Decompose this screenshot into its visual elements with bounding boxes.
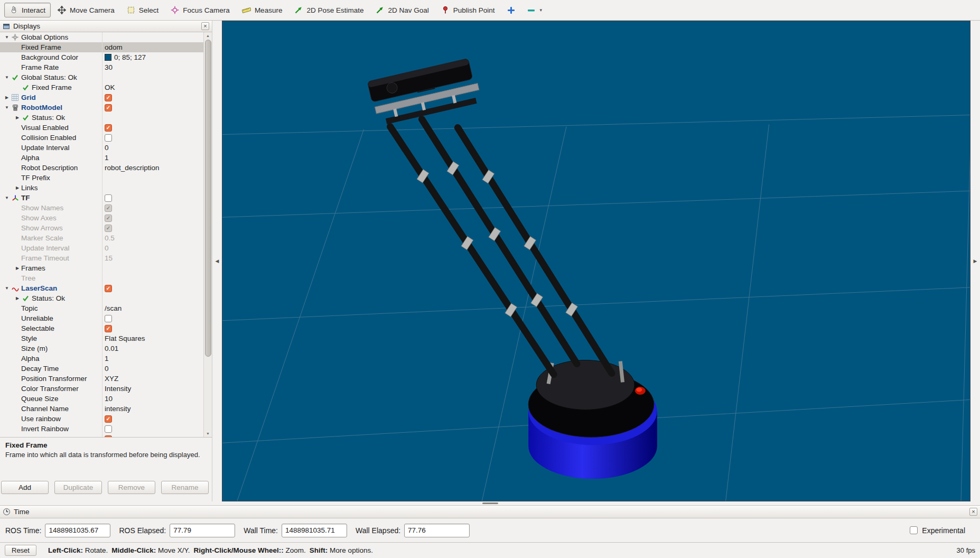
displays-close-button[interactable]: × xyxy=(201,22,209,30)
tree-row-size-m[interactable]: Size (m)0.01 xyxy=(0,343,212,354)
tree-row-tree[interactable]: Tree xyxy=(0,273,212,283)
tree-row-update-interval[interactable]: Update Interval0 xyxy=(0,143,212,153)
left-splitter[interactable]: ◀ xyxy=(212,21,222,501)
tree-row-frame-timeout[interactable]: Frame Timeout15 xyxy=(0,253,212,263)
time-field-input[interactable] xyxy=(170,524,235,537)
checkbox[interactable]: ✓ xyxy=(105,415,112,423)
expander-closed-icon[interactable]: ▶ xyxy=(14,266,21,271)
bottom-splitter[interactable] xyxy=(0,501,980,505)
tree-row-collision-enabled[interactable]: Collision Enabled xyxy=(0,133,212,143)
checkbox[interactable]: ✓ xyxy=(105,215,112,222)
expander-closed-icon[interactable]: ▶ xyxy=(14,185,21,190)
scroll-up-icon[interactable]: ▲ xyxy=(206,32,210,39)
tree-row-decay-time[interactable]: Decay Time0 xyxy=(0,364,212,374)
expander-open-icon[interactable]: ▼ xyxy=(3,196,11,200)
tree-row-visual-enabled[interactable]: Visual Enabled✓ xyxy=(0,123,212,133)
right-splitter[interactable]: ▶ xyxy=(970,21,980,501)
tree-row-background-color[interactable]: Background Color0; 85; 127 xyxy=(0,52,212,62)
tree-row-show-axes[interactable]: Show Axes✓ xyxy=(0,213,212,223)
tree-row-global-status-ok[interactable]: ▼Global Status: Ok xyxy=(0,72,212,82)
tool-button-select[interactable]: Select xyxy=(122,3,164,17)
tree-row-frames[interactable]: ▶Frames xyxy=(0,263,212,273)
time-field-input[interactable] xyxy=(282,524,347,537)
tree-row-global-options[interactable]: ▼Global Options xyxy=(0,32,212,42)
checkbox[interactable] xyxy=(105,425,112,433)
tree-row-unreliable[interactable]: Unreliable xyxy=(0,313,212,323)
tool-button-measure[interactable]: Measure xyxy=(237,3,288,17)
tree-row-alpha[interactable]: Alpha1 xyxy=(0,153,212,163)
duplicate-button[interactable]: Duplicate xyxy=(54,481,102,494)
tool-button-2d-pose-estimate[interactable]: 2D Pose Estimate xyxy=(289,3,369,17)
expander-closed-icon[interactable]: ▶ xyxy=(3,95,11,100)
checkbox[interactable]: ✓ xyxy=(105,285,112,292)
checkbox[interactable]: ✓ xyxy=(105,204,112,212)
tree-row-show-arrows[interactable]: Show Arrows✓ xyxy=(0,223,212,233)
tool-button-2d-nav-goal[interactable]: 2D Nav Goal xyxy=(370,3,434,17)
scroll-down-icon[interactable]: ▼ xyxy=(206,430,210,437)
time-field-input[interactable] xyxy=(45,524,110,537)
checkbox[interactable]: ✓ xyxy=(105,124,112,132)
tree-row-style[interactable]: StyleFlat Squares xyxy=(0,333,212,343)
checkbox[interactable]: ✓ xyxy=(105,94,112,101)
tree-row-color-transformer[interactable]: Color TransformerIntensity xyxy=(0,384,212,394)
tree-row-laserscan[interactable]: ▼LaserScan✓ xyxy=(0,283,212,293)
tree-row-tf-prefix[interactable]: TF Prefix xyxy=(0,173,212,183)
tree-row-fixed-frame[interactable]: Fixed Frameodom xyxy=(0,42,212,52)
tree-row-status-ok[interactable]: ▶Status: Ok xyxy=(0,293,212,303)
tree-row-update-interval[interactable]: Update Interval0 xyxy=(0,243,212,253)
expander-closed-icon[interactable]: ▶ xyxy=(14,296,21,301)
checkbox[interactable]: ✓ xyxy=(105,104,112,111)
checkbox[interactable] xyxy=(105,134,112,142)
add-button[interactable]: Add xyxy=(1,481,49,494)
tree-row-marker-scale[interactable]: Marker Scale0.5 xyxy=(0,233,212,243)
tree-row-alpha[interactable]: Alpha1 xyxy=(0,354,212,364)
reset-button[interactable]: Reset xyxy=(5,545,36,556)
color-swatch[interactable] xyxy=(105,54,111,61)
status-segment: Left-Click: Rotate. xyxy=(48,546,108,554)
tree-row-frame-rate[interactable]: Frame Rate30 xyxy=(0,62,212,72)
tree-row-status-ok[interactable]: ▶Status: Ok xyxy=(0,113,212,123)
checkbox[interactable] xyxy=(105,315,112,322)
expander-open-icon[interactable]: ▼ xyxy=(3,105,11,110)
tree-row-use-rainbow[interactable]: Use rainbow✓ xyxy=(0,414,212,424)
expander-open-icon[interactable]: ▼ xyxy=(3,75,11,80)
collapse-right-icon[interactable]: ▶ xyxy=(974,258,977,264)
tree-row-invert-rainbow[interactable]: Invert Rainbow xyxy=(0,424,212,434)
time-close-button[interactable]: × xyxy=(969,508,977,516)
tool-button-focus-camera[interactable]: Focus Camera xyxy=(165,3,235,17)
tree-row-grid[interactable]: ▶Grid✓ xyxy=(0,92,212,103)
time-field-input[interactable] xyxy=(404,524,470,537)
scrollbar-thumb[interactable] xyxy=(205,40,211,357)
remove-button[interactable]: Remove xyxy=(108,481,155,494)
checkbox[interactable] xyxy=(105,194,112,202)
tool-button-interact[interactable]: Interact xyxy=(4,3,51,17)
expander-open-icon[interactable]: ▼ xyxy=(3,35,11,40)
tree-row-queue-size[interactable]: Queue Size10 xyxy=(0,394,212,404)
tree-row-topic[interactable]: Topic/scan xyxy=(0,303,212,313)
expander-closed-icon[interactable]: ▶ xyxy=(14,115,21,120)
viewport-3d[interactable] xyxy=(222,21,970,501)
tool-button-plus-icon[interactable] xyxy=(502,3,520,17)
tree-row-fixed-frame[interactable]: Fixed FrameOK xyxy=(0,82,212,92)
tree-row-robotmodel[interactable]: ▼RobotModel✓ xyxy=(0,103,212,113)
tool-button-move-camera[interactable]: Move Camera xyxy=(52,3,120,17)
tree-row-links[interactable]: ▶Links xyxy=(0,183,212,193)
tree-row-tf[interactable]: ▼TF xyxy=(0,193,212,203)
expander-open-icon[interactable]: ▼ xyxy=(3,286,11,291)
checkbox[interactable]: ✓ xyxy=(105,325,112,332)
experimental-toggle[interactable]: Experimental xyxy=(910,526,965,535)
tree-row-robot-description[interactable]: Robot Descriptionrobot_description xyxy=(0,163,212,173)
splitter-handle-icon[interactable] xyxy=(482,503,498,504)
displays-scrollbar[interactable]: ▲ ▼ xyxy=(203,32,212,437)
tree-row-selectable[interactable]: Selectable✓ xyxy=(0,323,212,333)
tree-row-show-names[interactable]: Show Names✓ xyxy=(0,203,212,213)
checkbox[interactable]: ✓ xyxy=(105,225,112,232)
chevron-down-icon[interactable]: ▾ xyxy=(540,7,543,13)
tree-row-position-transformer[interactable]: Position TransformerXYZ xyxy=(0,374,212,384)
experimental-checkbox[interactable] xyxy=(910,526,918,534)
tool-button-publish-point[interactable]: Publish Point xyxy=(436,3,500,17)
rename-button[interactable]: Rename xyxy=(161,481,209,494)
tool-button-minus-icon[interactable]: ▾ xyxy=(522,3,548,17)
collapse-left-icon[interactable]: ◀ xyxy=(216,258,219,264)
tree-row-channel-name[interactable]: Channel Nameintensity xyxy=(0,404,212,414)
